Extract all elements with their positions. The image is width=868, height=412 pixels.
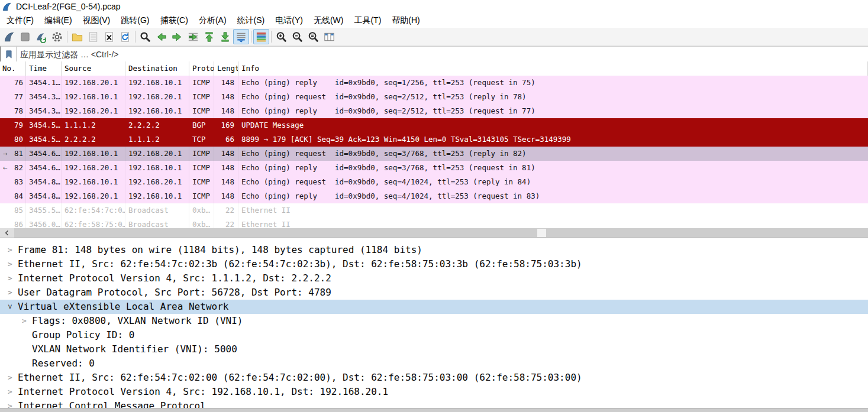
table-row[interactable]: 863456.0…62:fe:58:75:0…Broadcast0xb…22Et… [0, 218, 868, 228]
detail-item-label: Ethernet II, Src: 62:fe:54:7c:02:00 (62:… [18, 371, 582, 385]
column-header-protoc[interactable]: Protoc [189, 61, 214, 76]
column-header-source[interactable]: Source [62, 61, 125, 76]
chevron-collapsed-icon[interactable]: > [6, 271, 14, 286]
go-forward-button[interactable] [169, 29, 185, 44]
column-header-length[interactable]: Length [214, 61, 238, 76]
cell-dst: 192.168.10.1 [125, 104, 189, 118]
cell-no: 80 [0, 132, 26, 147]
detail-tree-item[interactable]: >Virtual eXtensible Local Area Network [0, 300, 868, 314]
capture-options-button[interactable] [49, 29, 65, 44]
chevron-collapsed-icon[interactable]: > [6, 385, 14, 399]
menu-item[interactable]: 视图(V) [78, 14, 116, 27]
menu-item[interactable]: 工具(T) [349, 14, 386, 27]
menu-item[interactable]: 无线(W) [308, 14, 349, 27]
details-hscrollbar[interactable] [0, 408, 868, 412]
cell-src: 192.168.10.1 [62, 175, 125, 189]
detail-tree-item[interactable]: >Internet Protocol Version 4, Src: 192.1… [0, 385, 868, 399]
zoom-out-icon [291, 31, 304, 43]
column-header-no[interactable]: No. [0, 61, 26, 76]
chevron-expanded-icon[interactable]: > [3, 303, 17, 311]
cell-src: 192.168.10.1 [62, 147, 125, 161]
chevron-collapsed-icon[interactable]: > [6, 243, 14, 257]
go-to-top-button[interactable] [201, 29, 217, 44]
cell-proto: TCP [189, 132, 214, 147]
cell-proto: ICMP [189, 90, 214, 104]
table-row[interactable]: 853455.5…62:fe:54:7c:0…Broadcast0xb…22Et… [0, 203, 868, 218]
restart-capture-icon [35, 31, 47, 43]
detail-tree-item[interactable]: >Frame 81: 148 bytes on wire (1184 bits)… [0, 243, 868, 257]
zoom-in-button[interactable] [273, 29, 289, 44]
table-row[interactable]: 773454.3…192.168.10.1192.168.20.1ICMP148… [0, 90, 868, 104]
detail-tree-item[interactable]: Group Policy ID: 0 [0, 328, 868, 342]
table-row[interactable]: 793454.5…1.1.1.22.2.2.2BGP169UPDATE Mess… [0, 118, 868, 132]
detail-tree-item[interactable]: >Flags: 0x0800, VXLAN Network ID (VNI) [0, 314, 868, 328]
filter-bookmark-button[interactable] [1, 47, 17, 61]
colorize-button[interactable] [253, 29, 269, 44]
scroll-left-button[interactable] [0, 228, 14, 238]
auto-scroll-button[interactable] [233, 29, 249, 44]
menu-item[interactable]: 跳转(G) [115, 14, 154, 27]
go-to-bottom-button[interactable] [217, 29, 233, 44]
cell-no: 81→ [0, 147, 26, 161]
menu-item[interactable]: 帮助(H) [386, 14, 425, 27]
toolbar-separator [67, 31, 67, 43]
table-row[interactable]: 843454.8…192.168.20.1192.168.10.1ICMP148… [0, 189, 868, 203]
menu-item[interactable]: 文件(F) [1, 14, 39, 27]
detail-tree-item[interactable]: Reserved: 0 [0, 356, 868, 371]
cell-len: 148 [214, 90, 238, 104]
table-row[interactable]: 803454.5…2.2.2.21.1.1.2TCP668899 → 179 [… [0, 132, 868, 147]
table-row[interactable]: 833454.8…192.168.10.1192.168.20.1ICMP148… [0, 175, 868, 189]
cell-no: 76 [0, 76, 26, 90]
detail-item-label: Internet Protocol Version 4, Src: 192.16… [18, 385, 388, 399]
find-packet-button[interactable] [137, 29, 153, 44]
resize-columns-button[interactable] [321, 29, 337, 44]
go-back-button[interactable] [153, 29, 169, 44]
menu-item[interactable]: 捕获(C) [154, 14, 193, 27]
chevron-collapsed-icon[interactable]: > [20, 314, 28, 328]
table-row[interactable]: 81→3454.6…192.168.10.1192.168.20.1ICMP14… [0, 147, 868, 161]
column-header-destination[interactable]: Destination [125, 61, 189, 76]
stop-capture-button[interactable] [17, 29, 33, 44]
go-to-packet-button[interactable] [185, 29, 201, 44]
open-file-button[interactable] [69, 29, 85, 44]
cell-no: 86 [0, 218, 26, 228]
table-row[interactable]: 763454.1…192.168.20.1192.168.10.1ICMP148… [0, 76, 868, 90]
go-to-packet-icon [187, 31, 199, 43]
cell-no: 84 [0, 189, 26, 203]
detail-tree-item[interactable]: >Ethernet II, Src: 62:fe:54:7c:02:3b (62… [0, 257, 868, 271]
table-row[interactable]: 783454.3…192.168.20.1192.168.10.1ICMP148… [0, 104, 868, 118]
chevron-collapsed-icon[interactable]: > [6, 286, 14, 300]
detail-tree-item[interactable]: >User Datagram Protocol, Src Port: 56728… [0, 286, 868, 300]
chevron-collapsed-icon[interactable]: > [6, 257, 14, 271]
start-capture-button[interactable] [1, 29, 17, 44]
menu-item[interactable]: 分析(A) [193, 14, 232, 27]
chevron-collapsed-icon[interactable]: > [6, 371, 14, 385]
column-header-time[interactable]: Time [26, 61, 62, 76]
save-file-button[interactable] [85, 29, 101, 44]
menu-item[interactable]: 编辑(E) [39, 14, 78, 27]
table-row[interactable]: 82←3454.6…192.168.20.1192.168.10.1ICMP14… [0, 161, 868, 175]
cell-len: 148 [214, 104, 238, 118]
detail-tree-item[interactable]: VXLAN Network Identifier (VNI): 5000 [0, 342, 868, 356]
title-bar: DCI-Leaf-2(FGE_0-54).pcap [0, 0, 868, 13]
menu-item[interactable]: 统计(S) [232, 14, 270, 27]
column-header-info[interactable]: Info [238, 61, 868, 76]
cell-time: 3454.1… [26, 76, 62, 90]
cell-len: 66 [214, 132, 238, 147]
reload-file-button[interactable] [117, 29, 133, 44]
zoom-normal-button[interactable] [305, 29, 321, 44]
hscrollbar-thumb[interactable] [537, 229, 546, 237]
cell-src: 192.168.20.1 [62, 104, 125, 118]
packet-list-header[interactable]: No.TimeSourceDestinationProtocLengthInfo [0, 61, 868, 76]
menu-item[interactable]: 电话(Y) [270, 14, 308, 27]
detail-tree-item[interactable]: >Ethernet II, Src: 62:fe:54:7c:02:00 (62… [0, 371, 868, 385]
detail-tree-item[interactable]: >Internet Protocol Version 4, Src: 1.1.1… [0, 271, 868, 286]
display-filter-input[interactable] [17, 47, 868, 61]
bookmark-icon [4, 49, 14, 60]
packet-list-hscrollbar[interactable] [0, 228, 868, 238]
restart-capture-button[interactable] [33, 29, 49, 44]
detail-tree-item[interactable]: >Internet Control Message Protocol [0, 399, 868, 408]
zoom-out-button[interactable] [289, 29, 305, 44]
close-file-button[interactable] [101, 29, 117, 44]
chevron-collapsed-icon[interactable]: > [6, 399, 14, 408]
